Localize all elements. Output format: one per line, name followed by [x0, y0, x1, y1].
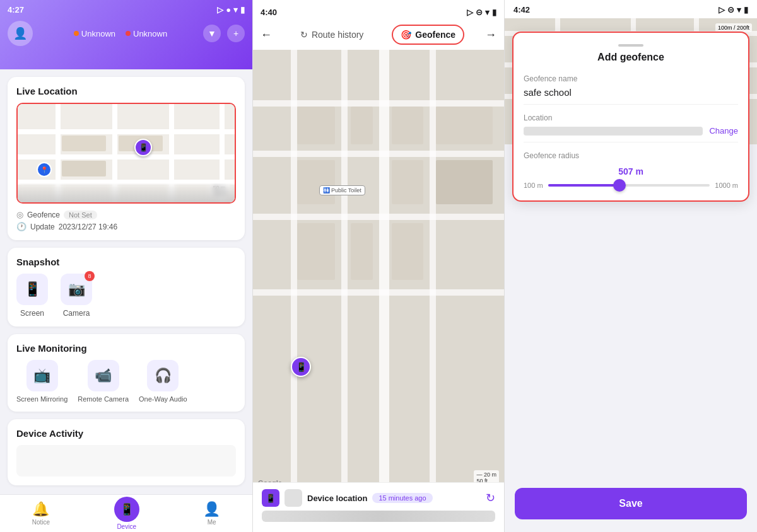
slider-fill: [548, 184, 619, 187]
slider-thumb[interactable]: [613, 179, 626, 192]
screen-icon: 📱: [24, 281, 41, 298]
snapshot-camera-item[interactable]: 📷 8 Camera: [61, 274, 92, 318]
refresh-button[interactable]: ↻: [486, 491, 495, 505]
signal-icon-2: ⊝: [476, 8, 483, 17]
mr-h4: [253, 289, 504, 296]
wifi-icon-2: ▾: [485, 8, 490, 17]
mr-v1: [291, 50, 297, 490]
p2-building-4: [436, 107, 493, 144]
radius-slider-container: 100 m 1000 m: [524, 182, 738, 189]
clock-icon: 🕐: [16, 222, 26, 231]
add-button[interactable]: +: [227, 25, 245, 42]
p2-building-5: [297, 160, 335, 204]
time-3: 4:42: [513, 5, 530, 14]
nav-notice[interactable]: 🔔 Notice: [32, 501, 50, 526]
snapshot-screen-label: Screen: [20, 309, 44, 318]
monitor-one-way-audio[interactable]: 🎧 One-Way Audio: [139, 360, 187, 403]
public-toilet-pin: 🚻 Public Toilet: [319, 185, 365, 195]
live-location-title: Live Location: [16, 86, 236, 96]
snapshot-screen-item[interactable]: 📱 Screen: [16, 274, 48, 318]
toilet-icon: 🚻: [323, 187, 330, 194]
change-link[interactable]: Change: [709, 126, 738, 136]
save-button[interactable]: Save: [515, 488, 747, 519]
p2-building-9: [351, 223, 373, 280]
geofence-name-label: Geofence name: [524, 74, 738, 83]
update-label: Update: [30, 223, 55, 231]
geofence-name-value: safe school: [524, 87, 738, 105]
snapshot-grid: 📱 Screen 📷 8 Camera: [16, 274, 236, 318]
back-button-2[interactable]: ←: [261, 28, 272, 42]
device-activity-title: Device Activity: [16, 428, 236, 439]
wifi-icon: ▾: [233, 5, 238, 14]
play-icon-3: ▷: [719, 5, 725, 14]
p2-building-7: [436, 160, 493, 204]
time-2: 4:40: [261, 8, 277, 17]
panel2-bottom: 📱 Device location 15 minutes ago ↻: [253, 482, 504, 532]
device-icon-gray: [285, 489, 302, 507]
forward-button-2[interactable]: →: [485, 28, 496, 42]
device-loc-icon: 📱: [262, 489, 279, 507]
time-ago-badge: 15 minutes ago: [372, 493, 432, 503]
location-blurred: [524, 127, 703, 136]
status-icons-2: ▷ ⊝ ▾ ▮: [467, 8, 496, 17]
monitor-screen-mirroring[interactable]: 📺 Screen Mirroring: [16, 360, 67, 403]
tab-route-history[interactable]: ↻ Route history: [293, 26, 371, 43]
nav-device[interactable]: 📱 Device: [114, 497, 139, 530]
p2-building-10: [392, 223, 423, 280]
status-bar-3: 4:42 ▷ ⊝ ▾ ▮: [505, 0, 757, 18]
device-location-label: Device location: [307, 494, 367, 503]
mr-h3: [253, 214, 504, 220]
p3-scale: 100m / 200ft: [715, 23, 752, 32]
user-label-1: Unknown: [81, 29, 115, 38]
user-tag-1: Unknown: [74, 29, 115, 38]
geofence-card-title: Add geofence: [524, 52, 738, 63]
user-tag-2: Unknown: [126, 29, 167, 38]
tab-geofence-label: Geofence: [415, 30, 455, 40]
live-monitoring-card: Live Monitoring 📺 Screen Mirroring 📹 Rem…: [8, 334, 245, 412]
dropdown-button[interactable]: ▼: [203, 25, 221, 42]
geofence-label: Geofence: [27, 211, 60, 219]
mr-vw1: [379, 50, 389, 490]
header-user-row: 👤 Unknown Unknown ▼ +: [8, 21, 245, 46]
dot-red: [126, 31, 131, 36]
slider-min: 100 m: [524, 182, 543, 189]
status-icons-1: ▷ ● ▾ ▮: [217, 5, 245, 14]
panel-3: 4:42 ▷ ⊝ ▾ ▮ 100m / 200ft Add geofence G…: [505, 0, 757, 532]
one-way-audio-icon-wrap: 🎧: [147, 360, 179, 391]
pill-divider: [618, 44, 643, 47]
tab-route-label: Route history: [312, 30, 363, 40]
panel2-header: 4:40 ▷ ⊝ ▾ ▮ ← ↻ Route history 🎯 Geofenc…: [253, 0, 504, 50]
map-preview[interactable]: 📱 📍 50 m 200 ft: [16, 103, 236, 204]
battery-icon-3: ▮: [744, 5, 748, 14]
wifi-icon-3: ▾: [737, 5, 741, 14]
avatar: 👤: [8, 21, 33, 46]
panel-1: 4:27 ▷ ● ▾ ▮ 👤 Unknown Unknown: [0, 0, 252, 532]
update-time: 2023/12/27 19:46: [59, 223, 117, 231]
one-way-audio-label: One-Way Audio: [139, 395, 187, 403]
nav-me[interactable]: 👤 Me: [203, 501, 220, 526]
user-info: Unknown Unknown: [74, 29, 167, 38]
geofence-tab-icon: 🎯: [401, 30, 411, 40]
building-3: [62, 161, 106, 176]
screen-mirroring-icon-wrap: 📺: [26, 360, 58, 391]
radius-slider[interactable]: [548, 184, 710, 187]
tab-geofence[interactable]: 🎯 Geofence: [392, 25, 464, 45]
status-bar-1: 4:27 ▷ ● ▾ ▮: [8, 0, 245, 17]
nav-device-label: Device: [117, 523, 136, 530]
map-device-pin: 📱: [134, 139, 152, 156]
map-main-panel2[interactable]: 🚻 Public Toilet 📱 — 20 m 50 ft Google: [253, 50, 504, 490]
monitor-remote-camera[interactable]: 📹 Remote Camera: [78, 360, 129, 403]
card-meta: ◎ Geofence Not Set 🕐 Update 2023/12/27 1…: [16, 210, 236, 231]
signal-icon-3: ⊝: [727, 5, 734, 14]
live-monitoring-title: Live Monitoring: [16, 343, 236, 354]
nav-notice-label: Notice: [32, 519, 50, 526]
status-icons-3: ▷ ⊝ ▾ ▮: [719, 5, 748, 14]
geofence-status: Not Set: [64, 211, 97, 219]
building-1: [62, 136, 106, 151]
device-activity-placeholder: [16, 445, 236, 477]
play-icon-2: ▷: [467, 8, 473, 17]
geofence-location-label: Location: [524, 113, 738, 122]
panel1-content: Live Location 📱: [0, 69, 252, 494]
monitor-grid: 📺 Screen Mirroring 📹 Remote Camera 🎧 One…: [16, 360, 236, 403]
signal-icon: ●: [226, 5, 231, 14]
